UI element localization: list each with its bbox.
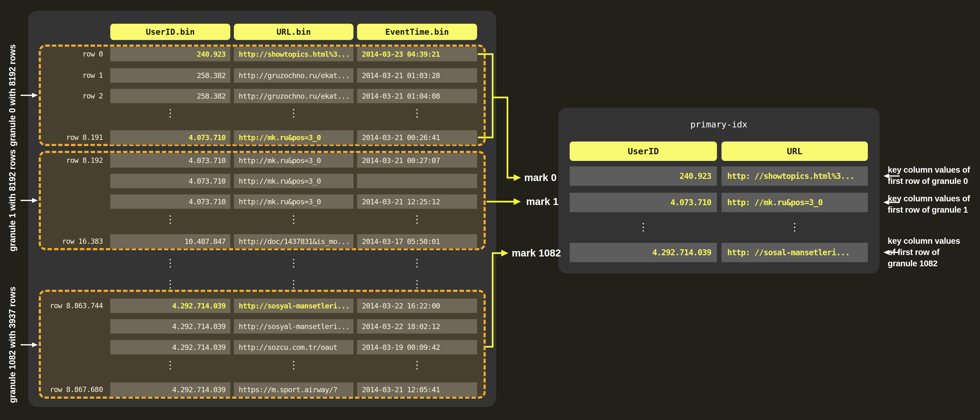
index-cell-userid: 4.073.710 [570, 193, 717, 212]
cell-eventtime: 2014-03-21 00:27:07 [357, 153, 477, 168]
annotation-granule-0: key column values of first row of granul… [888, 164, 978, 187]
row-label: row 16.383 [36, 234, 103, 249]
cell-eventtime: 2014-03-22 18:02:12 [357, 319, 477, 334]
cell-eventtime: 2014-03-21 12:05:41 [357, 382, 477, 397]
ellipsis: ⋮ [110, 104, 230, 121]
ellipsis: ⋮ [234, 356, 353, 374]
cell-url: http://mk.ru&pos=3_0 [234, 174, 353, 188]
annotation-granule-1: key column values of first row of granul… [888, 193, 978, 215]
cell-url: http://showtopics.html%3... [234, 47, 353, 61]
index-header-url: URL [721, 142, 868, 161]
cell-url: http://mk.ru&pos=3_0 [234, 195, 353, 209]
cell-eventtime: 2014-03-21 00:26:41 [357, 130, 477, 145]
cell-url: http://gruzochno.ru/ekat... [234, 89, 353, 103]
ellipsis: ⋮ [357, 254, 477, 271]
ellipsis: ⋮ [234, 275, 353, 292]
cell-eventtime: 2014-03-19 00:09:42 [357, 340, 477, 355]
cell-url: http://sosyal-mansetleri... [234, 319, 353, 334]
granule-1-side-label: granule 1 with 8192 rows [7, 149, 18, 251]
cell-eventtime: 2014-03-17 05:50:01 [357, 234, 477, 249]
annotation-granule-1082: key column values of first row of granul… [888, 235, 978, 269]
granule-1082-side-label: granule 1082 with 3937 rows [7, 287, 18, 403]
ellipsis: ⋮ [357, 356, 477, 374]
ellipsis: ⋮ [357, 275, 477, 292]
cell-eventtime: 2014-03-23 04:39:21 [357, 47, 477, 61]
column-header-url-bin: URL.bin [234, 24, 353, 40]
primary-index-title: primary-idx [558, 118, 880, 131]
diagram-canvas: UserID.bin URL.bin EventTime.bin row 0 2… [0, 0, 980, 420]
cell-url: https://m.sport.airway/? [234, 382, 353, 397]
row-label: row 8.191 [36, 130, 103, 145]
row-label: row 2 [36, 89, 103, 103]
column-header-userid-bin: UserID.bin [110, 24, 230, 40]
cell-userid: 258.382 [110, 89, 230, 103]
cell-userid: 10.487.847 [110, 234, 230, 249]
mark-1-label: mark 1 [526, 195, 558, 208]
ellipsis: ⋮ [110, 254, 230, 271]
cell-eventtime: 2014-03-21 01:04:08 [357, 89, 477, 103]
index-cell-url: http: //mk.ru&pos=3_0 [721, 193, 868, 212]
cell-userid: 4.292.714.039 [110, 319, 230, 334]
ellipsis: ⋮ [234, 211, 353, 228]
cell-userid: 4.073.710 [110, 153, 230, 168]
mark-1-arrowhead-icon [514, 198, 521, 205]
cell-userid: 4.073.710 [110, 130, 230, 145]
mark-1082-label: mark 1082 [512, 247, 561, 259]
ellipsis: ⋮ [721, 219, 868, 236]
index-cell-url: http: //sosal-mansetleri... [721, 243, 868, 262]
ellipsis: ⋮ [110, 211, 230, 228]
cell-eventtime: 2014-03-21 01:03:28 [357, 68, 477, 83]
row-label: row 8.867.680 [36, 382, 103, 397]
cell-url: http://sosyal-mansetleri... [234, 299, 353, 313]
row-label: row 8.863.744 [36, 299, 103, 313]
annotation-line: key column values of [888, 193, 978, 204]
ellipsis: ⋮ [110, 275, 230, 292]
annotation-line: first row of granule 1 [888, 204, 978, 215]
cell-userid: 4.292.714.039 [110, 382, 230, 397]
cell-eventtime-empty [357, 174, 477, 188]
ellipsis: ⋮ [570, 219, 717, 236]
cell-userid: 258.382 [110, 68, 230, 83]
index-cell-userid: 240.923 [570, 166, 717, 186]
ellipsis: ⋮ [357, 211, 477, 228]
cell-userid: 4.292.714.039 [110, 299, 230, 313]
cell-userid: 240.923 [110, 47, 230, 61]
cell-eventtime: 2014-03-21 12:25:12 [357, 195, 477, 209]
cell-userid: 4.073.710 [110, 174, 230, 188]
granule-0-side-label: granule 0 with 8192 rows [7, 44, 18, 146]
mark-1082-arrowhead-icon [501, 250, 508, 256]
mark-0-arrowhead-icon [514, 174, 521, 181]
ellipsis: ⋮ [357, 104, 477, 121]
row-label: row 1 [36, 68, 103, 83]
cell-eventtime: 2014-03-22 16:22:00 [357, 299, 477, 313]
cell-url: http://doc/1437831&is_mo... [234, 234, 353, 249]
index-cell-userid: 4.292.714.039 [570, 243, 717, 262]
index-header-userid: UserID [570, 142, 717, 161]
cell-url: http://gruzochno.ru/ekat... [234, 68, 353, 83]
annotation-line: of first row of [888, 246, 978, 258]
cell-userid: 4.073.710 [110, 195, 230, 209]
annotation-line: granule 1082 [888, 258, 978, 269]
cell-url: http://sozcu.com.tr/oaut [234, 340, 353, 355]
ellipsis: ⋮ [234, 254, 353, 271]
row-label: row 0 [36, 47, 103, 61]
annotation-line: first row of granule 0 [888, 175, 978, 187]
column-header-eventtime-bin: EventTime.bin [357, 24, 477, 40]
row-label: row 8.192 [36, 153, 103, 168]
ellipsis: ⋮ [110, 356, 230, 374]
ellipsis: ⋮ [234, 104, 353, 121]
mark-0-label: mark 0 [524, 171, 557, 184]
cell-userid: 4.292.714.039 [110, 340, 230, 355]
cell-url: http://mk.ru&pos=3_0 [234, 130, 353, 145]
annotation-line: key column values of [888, 164, 978, 175]
cell-url: http://mk.ru&pos=3_0 [234, 153, 353, 168]
annotation-line: key column values [888, 235, 978, 246]
index-cell-url: http: //showtopics.html%3... [721, 166, 868, 186]
